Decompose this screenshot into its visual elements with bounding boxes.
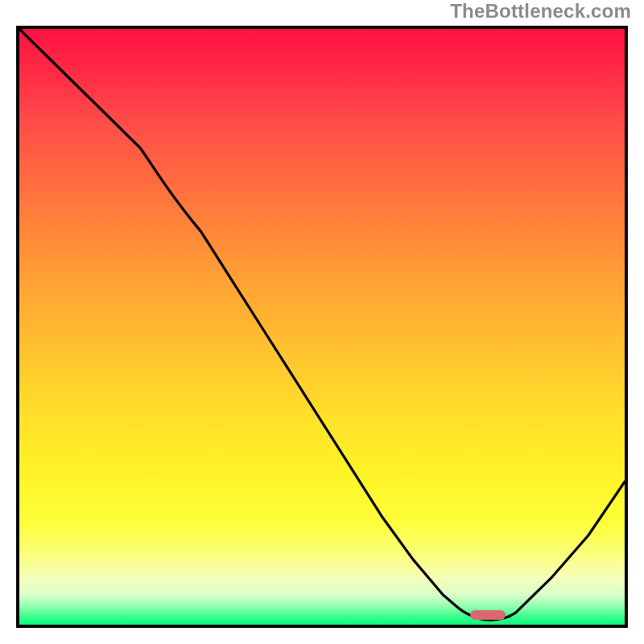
- plot-area: [16, 26, 628, 628]
- bottleneck-curve-path: [19, 29, 625, 620]
- watermark-text: TheBottleneck.com: [450, 0, 631, 23]
- chart-container: TheBottleneck.com: [0, 0, 644, 644]
- optimal-marker: [470, 610, 506, 620]
- curve-svg: [19, 29, 625, 625]
